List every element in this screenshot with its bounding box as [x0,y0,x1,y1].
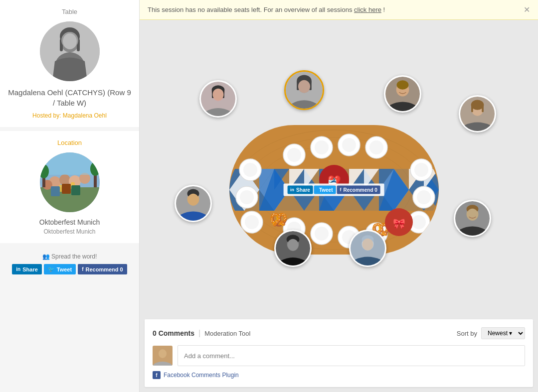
svg-point-32 [212,88,223,100]
svg-point-82 [315,140,329,154]
moderation-tool-link[interactable]: Moderation Tool [204,330,250,337]
spread-text: 👥 Spread the word! [8,253,131,260]
svg-point-131 [159,349,167,358]
comment-input[interactable] [178,345,525,366]
sort-select[interactable]: Newest ▾ [481,327,525,339]
svg-point-125 [362,238,373,250]
comment-input-area [153,345,525,366]
table-section-title: Table [8,8,131,15]
hosted-by-label: Hosted by: Magdalena Oehl [8,112,131,119]
svg-point-102 [243,163,257,177]
svg-point-38 [298,80,310,93]
svg-text:🎿: 🎿 [328,176,337,184]
host-name: Magdalena Oehl (CATCHYS) (Row 9 / Table … [8,87,131,108]
sidebar-facebook-recommend[interactable]: f Recommend 0 [78,264,127,274]
location-name: Oktoberfest Munich [8,218,131,226]
svg-text:🥨: 🥨 [269,211,288,229]
twitter-icon: 🐦 [48,266,55,272]
attendee-right-bottom[interactable] [454,200,491,237]
table-facebook-recommend[interactable]: f Recommend 0 [337,185,380,194]
spread-section: 👥 Spread the word! in Share 🐦 Tweet f Re… [0,247,139,280]
svg-rect-46 [482,105,484,112]
svg-point-84 [342,138,356,152]
sidebar-linkedin-share[interactable]: in Share [12,264,41,274]
notification-text: This session has no available seats left… [148,6,385,13]
sidebar-twitter-tweet[interactable]: 🐦 Tweet [44,264,76,274]
comments-count: 0 Comments [153,329,194,337]
svg-rect-18 [62,184,71,194]
facebook-plugin-label: Facebook Comments Plugin [164,372,239,379]
linkedin-icon: in [290,187,294,192]
attendee-top-left[interactable] [199,80,237,118]
commenter-avatar [153,346,173,366]
sidebar: Table Magdalena Oehl (CATCHYS) (Row 9 / … [0,0,140,392]
oval-table: 🥨 🥨 ❤️ 🎿 🎀 in Share [229,125,439,255]
attendee-right-top[interactable] [459,95,496,132]
svg-rect-45 [471,105,473,112]
facebook-icon: f [340,187,342,192]
svg-point-129 [467,208,478,220]
notification-close-button[interactable]: ✕ [524,5,530,14]
svg-point-106 [245,215,259,229]
svg-text:🎀: 🎀 [393,218,405,230]
table-visualization: 🥨 🥨 ❤️ 🎿 🎀 in Share [140,20,538,319]
comments-section: 0 Comments | Moderation Tool Sort by New… [145,319,533,387]
linkedin-icon: in [16,266,20,272]
svg-point-41 [396,80,408,89]
svg-point-86 [369,140,383,154]
table-twitter-tweet[interactable]: Tweet [314,185,336,194]
svg-point-11 [59,174,70,185]
attendee-host-top-center[interactable] [284,70,324,110]
sort-by-label: Sort by [457,330,477,337]
host-avatar [40,21,100,81]
table-area: 🥨 🥨 ❤️ 🎿 🎀 in Share [170,45,509,294]
svg-point-121 [287,239,298,251]
notification-link[interactable]: click here [354,6,381,13]
attendee-left[interactable] [175,185,212,222]
facebook-plugin[interactable]: f Facebook Comments Plugin [153,371,525,379]
notification-banner: This session has no available seats left… [140,0,538,20]
comments-header: 0 Comments | Moderation Tool Sort by New… [153,327,525,339]
comments-separator: | [198,329,200,338]
svg-point-90 [417,190,431,204]
table-share-bar: in Share Tweet f Recommend 0 [283,183,384,196]
attendee-bottom-center-left[interactable] [274,230,312,267]
table-linkedin-share[interactable]: in Share [287,185,313,194]
attendee-top-right[interactable] [384,75,421,113]
svg-point-98 [315,227,329,241]
location-section: Location [0,131,139,243]
svg-point-92 [412,215,426,229]
table-section: Table Magdalena Oehl (CATCHYS) (Row 9 / … [0,0,139,127]
svg-point-7 [63,33,77,49]
svg-point-104 [240,190,254,204]
location-section-title: Location [8,139,131,146]
svg-rect-17 [51,186,60,196]
facebook-icon: f [82,266,83,272]
main-content: This session has no available seats left… [140,0,538,392]
attendee-bottom-center-right[interactable] [349,230,386,267]
svg-rect-19 [71,185,80,195]
facebook-plugin-icon: f [153,371,161,379]
svg-point-88 [414,163,428,177]
svg-point-80 [287,148,301,162]
sidebar-social-buttons: in Share 🐦 Tweet f Recommend 0 [8,264,131,274]
location-image [40,152,100,212]
svg-point-117 [187,193,198,205]
location-sub: Oktoberfest Munich [8,228,131,235]
sort-area: Sort by Newest ▾ [457,327,525,339]
